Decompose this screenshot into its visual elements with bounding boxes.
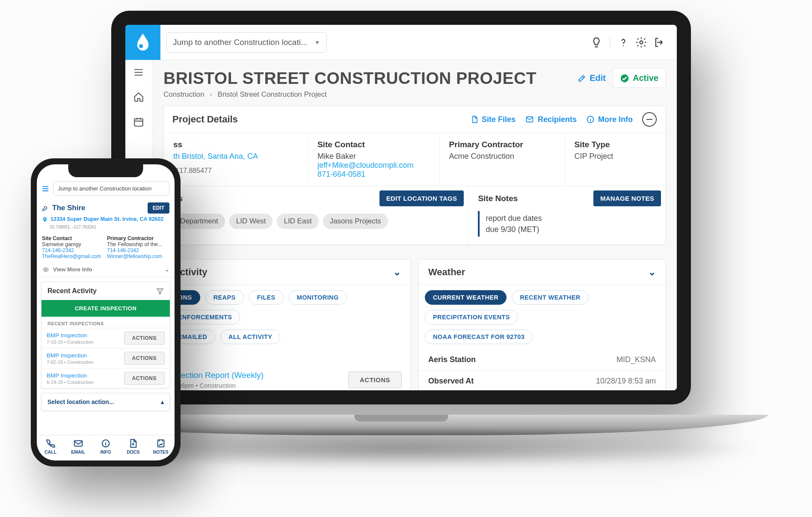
inspection-name[interactable]: BMP Inspection — [47, 372, 94, 379]
site-contact-label: Site Contact — [317, 140, 430, 149]
edit-label: Edit — [590, 73, 606, 83]
inspection-name[interactable]: BMP Inspection — [47, 352, 94, 359]
manage-notes-button[interactable]: MANAGE NOTES — [593, 190, 661, 206]
activity-name[interactable]: spection Report (Weekly) — [172, 371, 264, 380]
tab-docs[interactable]: DOCS — [119, 439, 147, 455]
activity-subhead: s — [164, 349, 410, 362]
actions-button[interactable]: ACTIONS — [348, 371, 402, 388]
inspection-name[interactable]: BMP Inspection — [47, 332, 94, 339]
site-note: report due dates due 9/30 (MET) — [478, 211, 656, 237]
svg-point-0 — [139, 44, 143, 48]
gear-icon[interactable] — [634, 35, 649, 50]
primary-contractor-name: The Fellowship of the... — [107, 241, 169, 247]
inspection-meta: 7-02-19 • Construction — [47, 360, 94, 365]
tab-call[interactable]: CALL — [37, 439, 64, 455]
menu-icon[interactable] — [132, 66, 145, 79]
tab-bar: CALL EMAIL INFO DOCS NOTES — [37, 435, 175, 461]
recipients-link[interactable]: Recipients — [525, 115, 577, 124]
lightbulb-icon[interactable] — [589, 35, 604, 50]
view-more-info[interactable]: View More Info ⌄ — [37, 262, 175, 277]
weather-label: Observed At — [428, 377, 474, 386]
chevron-up-icon: ▴ — [161, 398, 164, 405]
project-details-panel: Project Details Site Files Recipients Mo… — [163, 106, 666, 245]
jump-location-select[interactable]: Jump to another Construction location — [53, 181, 169, 196]
primary-contractor-phone[interactable]: 714-146-2342 — [107, 247, 169, 253]
phone-notch — [68, 164, 143, 177]
wrench-icon — [42, 205, 49, 211]
status-text: Active — [633, 73, 658, 83]
site-contact-email[interactable]: jeff+Mike@cloudcompli.com — [317, 161, 430, 170]
actions-button[interactable]: ACTIONS — [124, 352, 165, 365]
svg-point-3 — [640, 41, 643, 44]
tag-chip[interactable]: LID East — [277, 214, 318, 229]
filter-pill[interactable]: MONITORING — [289, 290, 347, 305]
chevron-down-icon[interactable]: ⌄ — [648, 267, 656, 278]
weather-row: Aeris StationMID_KSNA — [419, 349, 665, 371]
page-title: BRISTOL STREET CONSTRUCTION PROJECT — [163, 69, 536, 88]
primary-contractor-email[interactable]: Winner@fellowship.com — [107, 253, 169, 259]
inspection-meta: 6-19-19 • Construction — [47, 380, 94, 385]
site-contact-name: Mike Baker — [317, 152, 430, 161]
calendar-icon[interactable] — [132, 116, 145, 128]
filter-pill[interactable]: FILES — [249, 290, 284, 305]
jump-location-select[interactable]: Jump to another Construction locati... ▼ — [166, 32, 327, 53]
site-files-link[interactable]: Site Files — [471, 115, 516, 124]
filter-pill[interactable]: RECENT WEATHER — [512, 290, 588, 305]
activity-meta: 1:38pm • Construction — [172, 382, 264, 389]
recent-inspections-header: RECENT INSPECTIONS — [41, 317, 170, 328]
filter-pill[interactable]: NOAA FORECAST FOR 92703 — [425, 330, 533, 344]
pin-icon — [42, 216, 48, 225]
chevron-down-icon[interactable]: ⌄ — [393, 267, 401, 278]
breadcrumb: Construction › Bristol Street Constructi… — [163, 90, 666, 99]
tag-chip[interactable]: Department — [173, 214, 225, 229]
activity-row: spection Report (Weekly)1:38pm • Constru… — [172, 365, 402, 390]
filter-pill[interactable]: ALL ACTIVITY — [220, 330, 280, 344]
weather-heading: Weather — [428, 267, 465, 278]
menu-icon[interactable]: ≡ — [42, 182, 49, 196]
svg-rect-4 — [134, 119, 143, 126]
weather-label: Aeris Station — [428, 355, 476, 364]
tab-info[interactable]: INFO — [92, 439, 119, 455]
logout-icon[interactable] — [652, 35, 667, 50]
filter-pill[interactable]: CURRENT WEATHER — [425, 290, 507, 305]
edit-button[interactable]: Edit — [578, 73, 606, 83]
site-contact-name: Samwise gamgy — [42, 241, 104, 247]
tag-chip[interactable]: LID West — [229, 214, 273, 229]
breadcrumb-root[interactable]: Construction — [163, 90, 204, 98]
svg-point-2 — [623, 45, 624, 46]
edit-location-tags-button[interactable]: EDIT LOCATION TAGS — [379, 190, 464, 206]
app-logo — [125, 25, 160, 60]
jump-label: Jump to another Construction locati... — [173, 38, 308, 47]
create-inspection-button[interactable]: CREATE INSPECTION — [41, 300, 170, 317]
panel-title: Project Details — [172, 114, 238, 125]
filter-icon[interactable] — [156, 287, 164, 295]
chevron-down-icon: ▼ — [314, 39, 320, 46]
actions-button[interactable]: ACTIONS — [124, 332, 165, 345]
select-location-action[interactable]: Select location action... ▴ — [41, 393, 170, 411]
address-link[interactable]: 12334 Super Duper Main St. Irvine, CA 92… — [50, 216, 163, 225]
help-icon[interactable] — [616, 35, 631, 50]
filter-pill[interactable]: REAPS — [205, 290, 244, 305]
home-icon[interactable] — [132, 91, 145, 104]
tab-notes[interactable]: NOTES — [147, 439, 175, 455]
collapse-icon[interactable] — [642, 112, 657, 127]
primary-contractor-label: Primary Contractor — [107, 235, 169, 241]
filter-pill[interactable]: PRECIPITATION EVENTS — [425, 310, 518, 324]
more-info-link[interactable]: More Info — [586, 115, 633, 124]
actions-button[interactable]: ACTIONS — [124, 372, 165, 385]
weather-value: MID_KSNA — [616, 355, 656, 364]
location-title: The Shire — [52, 204, 85, 212]
tab-email[interactable]: EMAIL — [64, 439, 92, 455]
site-contact-email[interactable]: TheRealHero@gmail.com — [42, 253, 104, 259]
site-contact-phone[interactable]: 714-146-2342 — [42, 247, 104, 253]
edit-button[interactable]: EDIT — [148, 202, 169, 214]
tag-chip[interactable]: Jasons Projects — [323, 214, 388, 229]
site-contact-label: Site Contact — [42, 235, 104, 241]
eye-icon — [42, 267, 50, 273]
weather-value: 10/28/19 8:53 am — [596, 377, 656, 386]
site-contact-phone[interactable]: 871-664-0581 — [317, 170, 430, 179]
address-link[interactable]: th Bristol, Santa Ana, CA — [173, 152, 298, 161]
svg-rect-11 — [157, 440, 164, 447]
status-badge: Active — [613, 68, 666, 88]
address-label: ss — [173, 140, 298, 149]
